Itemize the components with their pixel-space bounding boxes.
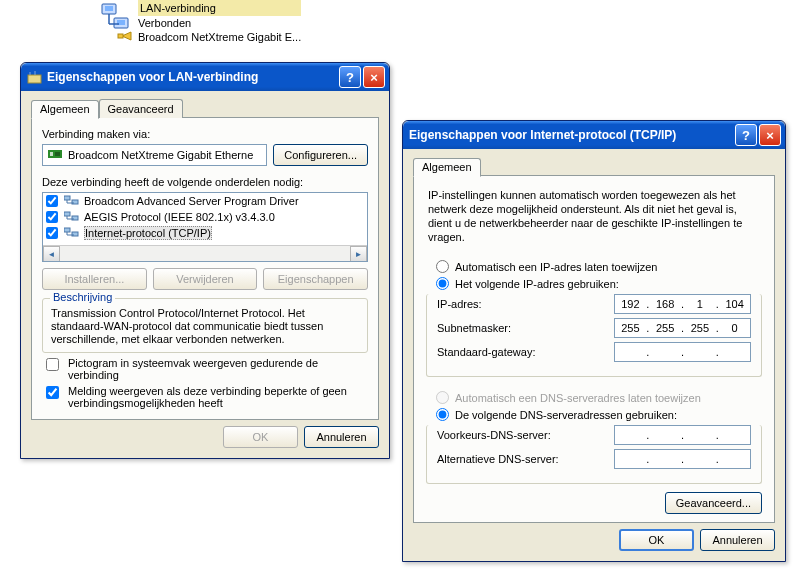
list-item[interactable]: Broadcom Advanced Server Program Driver [43,193,367,209]
notify-limited-checkbox[interactable] [46,386,59,399]
preferred-dns-label: Voorkeurs-DNS-server: [437,429,614,441]
preferred-dns-input[interactable]: . . . [614,425,751,445]
lan-dialog-titlebar[interactable]: Eigenschappen voor LAN-verbinding ? × [21,63,389,91]
component-checkbox[interactable] [46,211,58,223]
protocol-icon [64,226,80,240]
svg-rect-7 [118,34,123,38]
lan-connection-icon[interactable]: LAN-verbinding Verbonden Broadcom NetXtr… [100,0,301,44]
svg-rect-8 [28,75,41,83]
lan-dialog-icon [27,69,43,85]
network-adapter-icon [100,0,132,42]
svg-rect-1 [105,6,113,11]
svg-rect-13 [55,152,60,156]
tcpip-dialog-title: Eigenschappen voor Internet-protocol (TC… [409,128,733,142]
component-checkbox[interactable] [46,227,58,239]
auto-dns-radio [436,391,449,404]
component-label: AEGIS Protocol (IEEE 802.1x) v3.4.3.0 [84,211,275,223]
close-button[interactable]: × [759,124,781,146]
lan-icon-device: Broadcom NetXtreme Gigabit E... [138,30,301,44]
list-item[interactable]: Internet-protocol (TCP/IP) [43,225,367,241]
lan-properties-dialog: Eigenschappen voor LAN-verbinding ? × Al… [20,62,390,459]
adapter-icon [48,148,64,162]
alternate-dns-input[interactable]: . . . [614,449,751,469]
manual-ip-label: Het volgende IP-adres gebruiken: [455,278,619,290]
subnet-mask-label: Subnetmasker: [437,322,614,334]
scroll-right-button[interactable]: ► [350,246,367,262]
auto-dns-label: Automatisch een DNS-serveradres laten to… [455,392,701,404]
description-group: Beschrijving Transmission Control Protoc… [42,298,368,353]
list-item[interactable]: AEGIS Protocol (IEEE 802.1x) v3.4.3.0 [43,209,367,225]
advanced-button[interactable]: Geavanceerd... [665,492,762,514]
lan-icon-status: Verbonden [138,16,301,30]
tcpip-dialog-titlebar[interactable]: Eigenschappen voor Internet-protocol (TC… [403,121,785,149]
intro-text: IP-instellingen kunnen automatisch worde… [428,188,760,244]
remove-button[interactable]: Verwijderen [153,268,258,290]
close-button[interactable]: × [363,66,385,88]
lan-icon-title: LAN-verbinding [138,0,301,16]
manual-dns-label: De volgende DNS-serveradressen gebruiken… [455,409,677,421]
tcpip-properties-dialog: Eigenschappen voor Internet-protocol (TC… [402,120,786,562]
subnet-mask-input[interactable]: 255. 255. 255. 0 [614,318,751,338]
svg-rect-12 [50,152,53,156]
tab-general[interactable]: Algemeen [413,158,481,177]
auto-ip-label: Automatisch een IP-adres laten toewijzen [455,261,657,273]
component-label: Internet-protocol (TCP/IP) [84,226,212,240]
gateway-label: Standaard-gateway: [437,346,614,358]
help-button[interactable]: ? [735,124,757,146]
connect-via-label: Verbinding maken via: [42,128,368,140]
help-button[interactable]: ? [339,66,361,88]
ok-button[interactable]: OK [619,529,694,551]
scroll-left-button[interactable]: ◄ [43,246,60,262]
cancel-button[interactable]: Annuleren [304,426,379,448]
lan-dialog-title: Eigenschappen voor LAN-verbinding [47,70,337,84]
adapter-field: Broadcom NetXtreme Gigabit Etherne [42,144,267,166]
cancel-button[interactable]: Annuleren [700,529,775,551]
description-legend: Beschrijving [50,291,115,303]
notify-limited-label: Melding weergeven als deze verbinding be… [68,385,368,409]
ip-address-label: IP-adres: [437,298,614,310]
tray-icon-checkbox[interactable] [46,358,59,371]
configure-button[interactable]: Configureren... [273,144,368,166]
component-label: Broadcom Advanced Server Program Driver [84,195,299,207]
properties-button[interactable]: Eigenschappen [263,268,368,290]
protocol-icon [64,210,80,224]
ok-button[interactable]: OK [223,426,298,448]
manual-dns-radio[interactable] [436,408,449,421]
alternate-dns-label: Alternatieve DNS-server: [437,453,614,465]
components-listbox[interactable]: Broadcom Advanced Server Program Driver … [42,192,368,262]
driver-icon [64,194,80,208]
svg-rect-18 [64,212,70,216]
ip-address-input[interactable]: 192. 168. 1. 104 [614,294,751,314]
tab-general[interactable]: Algemeen [31,100,99,119]
install-button[interactable]: Installeren... [42,268,147,290]
svg-rect-14 [64,196,70,200]
horizontal-scrollbar[interactable]: ◄ ► [43,245,367,261]
auto-ip-radio[interactable] [436,260,449,273]
adapter-name: Broadcom NetXtreme Gigabit Etherne [68,149,253,161]
components-label: Deze verbinding heeft de volgende onderd… [42,176,368,188]
tray-icon-label: Pictogram in systeemvak weergeven gedure… [68,357,368,381]
gateway-input[interactable]: . . . [614,342,751,362]
tab-advanced[interactable]: Geavanceerd [99,99,183,118]
scroll-track[interactable] [60,246,350,261]
description-text: Transmission Control Protocol/Internet P… [51,307,359,346]
component-checkbox[interactable] [46,195,58,207]
manual-ip-radio[interactable] [436,277,449,290]
svg-rect-22 [64,228,70,232]
